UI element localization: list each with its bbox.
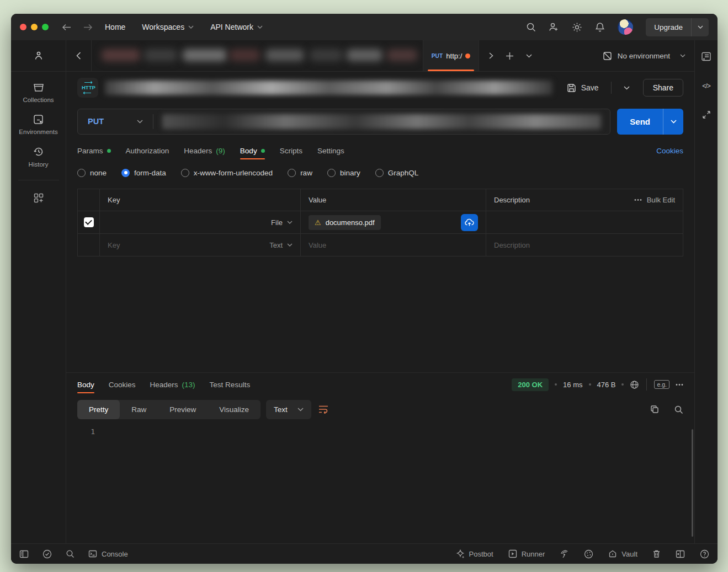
network-globe-icon[interactable]	[630, 380, 639, 389]
format-dropdown[interactable]: Text	[266, 400, 311, 419]
row-select-cell[interactable]	[78, 234, 100, 256]
response-more-options[interactable]	[676, 383, 683, 386]
two-pane-layout-icon[interactable]	[676, 550, 685, 558]
save-button[interactable]: Save	[567, 83, 599, 93]
value-type-dropdown[interactable]: Text	[269, 241, 293, 249]
api-health-check-icon[interactable]	[42, 549, 52, 559]
mode-x-www-form-urlencoded[interactable]: x-www-form-urlencoded	[181, 169, 273, 177]
divider-dot	[589, 383, 591, 386]
send-button[interactable]: Send	[617, 109, 663, 135]
key-cell[interactable]: File	[100, 211, 301, 233]
search-icon[interactable]	[526, 22, 536, 32]
find-icon[interactable]	[66, 549, 75, 558]
response-size[interactable]: 476 B	[597, 381, 616, 389]
trash-icon[interactable]	[652, 549, 661, 558]
response-body-viewer[interactable]: 1	[66, 423, 694, 543]
scroll-tabs-left-button[interactable]	[66, 40, 92, 71]
send-options-dropdown[interactable]	[663, 109, 683, 135]
sidebar-more-tools-button[interactable]	[33, 193, 44, 204]
upgrade-button[interactable]: Upgrade	[646, 18, 691, 36]
key-cell[interactable]: Key Text	[100, 234, 301, 256]
workspace-profile-icon[interactable]	[11, 40, 66, 72]
mode-none[interactable]: none	[77, 169, 107, 177]
sidebar-item-collections[interactable]: Collections	[23, 83, 54, 103]
cookies-link[interactable]: Cookies	[656, 147, 683, 155]
vault-button[interactable]: Vault	[608, 549, 637, 558]
copy-response-icon[interactable]	[650, 405, 659, 414]
response-tab-body[interactable]: Body	[77, 373, 94, 396]
tab-authorization[interactable]: Authorization	[126, 139, 169, 162]
collapse-expand-icon[interactable]	[702, 110, 711, 119]
environments-icon	[33, 114, 44, 125]
new-tab-button[interactable]	[506, 52, 514, 60]
postbot-button[interactable]: Postbot	[456, 549, 493, 558]
workspaces-menu[interactable]: Workspaces	[142, 23, 194, 31]
response-time[interactable]: 16 ms	[563, 381, 582, 389]
mode-form-data[interactable]: form-data	[121, 169, 166, 177]
value-cell[interactable]: Value	[301, 234, 486, 256]
capture-requests-icon[interactable]	[560, 549, 569, 559]
scroll-tabs-right-button[interactable]	[489, 52, 493, 59]
environment-selector[interactable]: No environment	[594, 40, 694, 71]
save-options-dropdown[interactable]	[624, 86, 630, 90]
mode-raw[interactable]: raw	[288, 169, 312, 177]
line-number: 1	[66, 423, 95, 543]
share-button[interactable]: Share	[643, 79, 683, 97]
request-name-blurred[interactable]	[105, 81, 552, 95]
environment-quick-look-icon[interactable]	[701, 51, 711, 62]
tab-scripts[interactable]: Scripts	[280, 139, 302, 162]
file-chip[interactable]: ⚠ documenso.pdf	[309, 215, 381, 230]
bulk-edit-button[interactable]: Bulk Edit	[634, 196, 675, 204]
maximize-window-button[interactable]	[42, 24, 49, 30]
active-request-tab[interactable]: PUT http:/	[423, 40, 479, 71]
view-raw[interactable]: Raw	[120, 400, 158, 419]
value-cell[interactable]: ⚠ documenso.pdf	[301, 211, 486, 233]
close-window-button[interactable]	[20, 24, 26, 30]
save-example-button[interactable]: e.g.	[654, 380, 669, 389]
sidebar-item-history[interactable]: History	[29, 146, 49, 168]
forward-nav-button[interactable]	[83, 24, 93, 31]
code-snippet-icon[interactable]: </>	[702, 82, 710, 90]
method-selector[interactable]: PUT	[78, 117, 153, 126]
runner-button[interactable]: Runner	[508, 549, 545, 558]
cookies-icon[interactable]	[584, 549, 593, 559]
notifications-bell-icon[interactable]	[595, 22, 605, 33]
upload-file-button[interactable]	[461, 214, 478, 231]
upgrade-dropdown-button[interactable]	[691, 18, 709, 36]
mode-graphql[interactable]: GraphQL	[375, 169, 419, 177]
tab-body[interactable]: Body	[240, 139, 265, 162]
description-cell[interactable]: Description	[486, 234, 683, 256]
wrap-lines-toggle[interactable]	[318, 405, 329, 414]
upgrade-button-group: Upgrade	[646, 18, 709, 36]
request-url-blurred[interactable]	[162, 114, 601, 129]
mode-binary[interactable]: binary	[327, 169, 360, 177]
response-tab-cookies[interactable]: Cookies	[109, 373, 136, 396]
tab-headers[interactable]: Headers (9)	[184, 139, 225, 162]
view-pretty[interactable]: Pretty	[77, 400, 120, 419]
search-response-icon[interactable]	[674, 405, 683, 414]
tab-params[interactable]: Params	[77, 139, 111, 162]
toggle-sidebar-icon[interactable]	[19, 550, 29, 558]
help-icon[interactable]	[700, 549, 709, 559]
response-tab-headers[interactable]: Headers (13)	[150, 373, 195, 396]
description-cell[interactable]	[486, 211, 683, 233]
minimize-window-button[interactable]	[31, 24, 38, 30]
back-nav-button[interactable]	[62, 24, 71, 31]
view-preview[interactable]: Preview	[158, 400, 208, 419]
api-network-menu[interactable]: API Network	[210, 23, 263, 31]
console-button[interactable]: Console	[88, 550, 128, 558]
blurred-tabs[interactable]	[92, 40, 423, 71]
invite-user-icon[interactable]	[549, 22, 559, 32]
user-avatar[interactable]	[618, 19, 633, 35]
view-visualize[interactable]: Visualize	[208, 400, 261, 419]
response-tab-test-results[interactable]: Test Results	[210, 373, 251, 396]
vertical-scrollbar[interactable]	[692, 429, 693, 537]
tab-settings[interactable]: Settings	[317, 139, 344, 162]
tab-options-dropdown[interactable]	[526, 54, 532, 58]
sidebar-item-environments[interactable]: Environments	[19, 114, 57, 135]
row-checkbox-checked[interactable]	[84, 217, 94, 227]
home-link[interactable]: Home	[105, 23, 125, 31]
settings-gear-icon[interactable]	[572, 22, 582, 33]
value-type-dropdown[interactable]: File	[271, 218, 293, 227]
status-badge[interactable]: 200 OK	[512, 378, 549, 391]
